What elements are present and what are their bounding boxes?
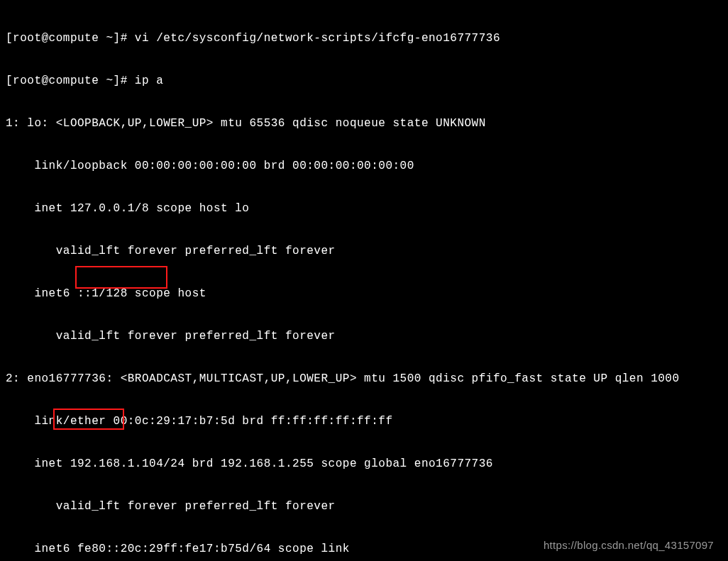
output-eno1-link: link/ether 00:0c:29:17:b7:5d brd ff:ff:f… [6,414,722,428]
highlight-box-bootproto [75,266,167,289]
output-eno1-header: 2: eno16777736: <BROADCAST,MULTICAST,UP,… [6,372,722,386]
prompt-line-ipa: [root@compute ~]# ip a [6,74,722,88]
terminal-window[interactable]: [root@compute ~]# vi /etc/sysconfig/netw… [0,0,728,561]
prompt-line-vi-1: [root@compute ~]# vi /etc/sysconfig/netw… [6,31,722,45]
output-eno1-valid1: valid_lft forever preferred_lft forever [6,499,722,513]
output-eno1-inet: inet 192.168.1.104/24 brd 192.168.1.255 … [6,457,722,471]
output-lo-inet: inet 127.0.0.1/8 scope host lo [6,201,722,216]
output-lo-valid1: valid_lft forever preferred_lft forever [6,244,722,258]
output-lo-valid2: valid_lft forever preferred_lft forever [6,329,722,343]
output-lo-header: 1: lo: <LOOPBACK,UP,LOWER_UP> mtu 65536 … [6,116,722,130]
output-lo-inet6: inet6 ::1/128 scope host [6,287,722,301]
watermark-text: https://blog.csdn.net/qq_43157097 [544,538,714,552]
output-lo-link: link/loopback 00:00:00:00:00:00 brd 00:0… [6,159,722,173]
